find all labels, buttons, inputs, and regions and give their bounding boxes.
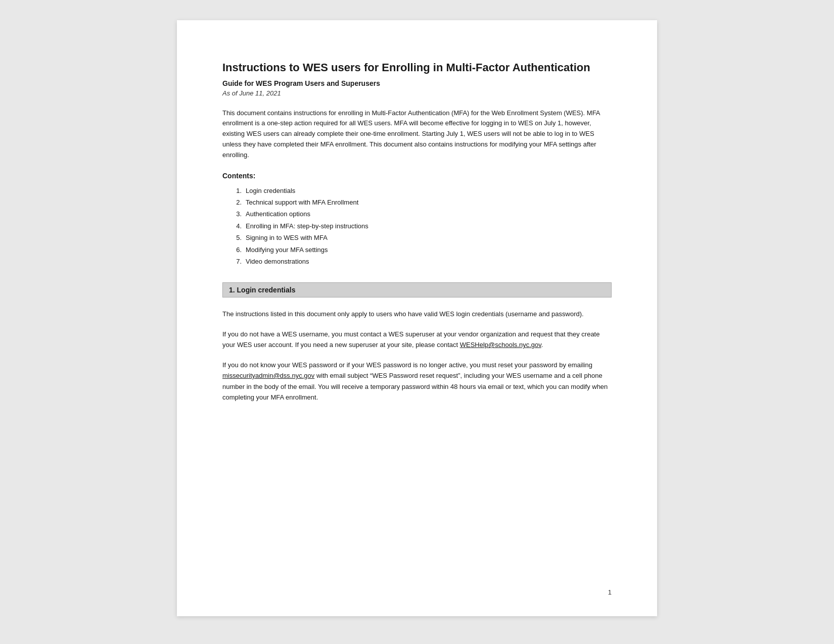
list-num: 5.	[233, 232, 242, 243]
list-item: 4.Enrolling in MFA: step-by-step instruc…	[233, 220, 612, 232]
list-label: Technical support with MFA Enrollment	[246, 196, 358, 208]
list-item: 3.Authentication options	[233, 208, 612, 220]
list-item: 5.Signing in to WES with MFA	[233, 232, 612, 243]
list-num: 1.	[233, 185, 242, 196]
contents-list: 1.Login credentials 2.Technical support …	[233, 185, 612, 268]
wes-help-link[interactable]: WESHelp@schools.nyc.gov	[460, 341, 541, 349]
contents-heading: Contents:	[222, 172, 612, 180]
list-item: 2.Technical support with MFA Enrollment	[233, 196, 612, 208]
list-label: Login credentials	[246, 185, 295, 196]
intro-paragraph: This document contains instructions for …	[222, 108, 612, 161]
page-subtitle: Guide for WES Program Users and Superuse…	[222, 79, 612, 87]
list-label: Modifying your MFA settings	[246, 244, 328, 256]
list-num: 3.	[233, 208, 242, 220]
section1-body: The instructions listed in this document…	[222, 309, 612, 403]
section1-header: 1. Login credentials	[222, 282, 612, 298]
list-num: 6.	[233, 244, 242, 256]
page-title: Instructions to WES users for Enrolling …	[222, 61, 612, 75]
security-admin-link[interactable]: missecurityadmin@dss.nyc.gov	[222, 372, 314, 379]
list-item: 6.Modifying your MFA settings	[233, 244, 612, 256]
section1-para3: If you do not know your WES password or …	[222, 360, 612, 403]
section1-para1: The instructions listed in this document…	[222, 309, 612, 319]
page-number: 1	[608, 588, 612, 596]
list-label: Signing in to WES with MFA	[246, 232, 328, 243]
list-label: Authentication options	[246, 208, 310, 220]
list-num: 7.	[233, 256, 242, 267]
page-date: As of June 11, 2021	[222, 89, 612, 97]
list-item: 7.Video demonstrations	[233, 256, 612, 267]
list-num: 2.	[233, 196, 242, 208]
list-label: Enrolling in MFA: step-by-step instructi…	[246, 220, 368, 232]
document-page: Instructions to WES users for Enrolling …	[177, 20, 657, 616]
list-item: 1.Login credentials	[233, 185, 612, 196]
section1-para2: If you do not have a WES username, you m…	[222, 329, 612, 351]
list-num: 4.	[233, 220, 242, 232]
list-label: Video demonstrations	[246, 256, 309, 267]
